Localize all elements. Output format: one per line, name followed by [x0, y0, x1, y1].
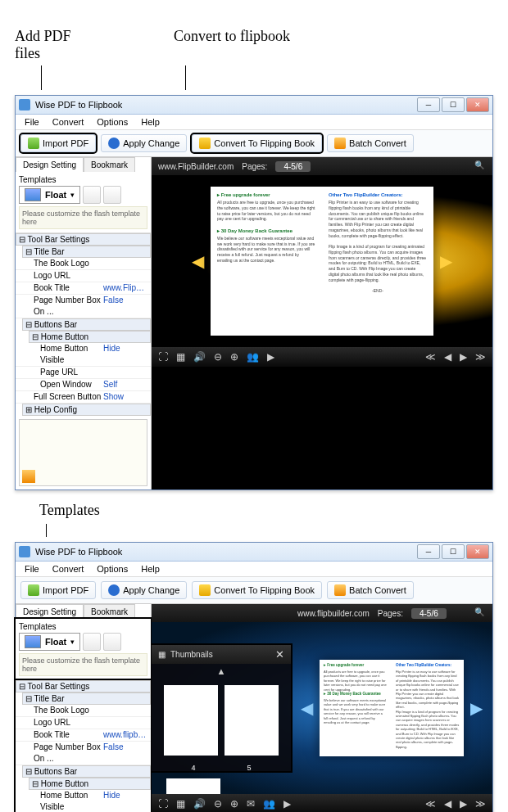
props-homebtn-header[interactable]: ⊟ Home Button — [29, 331, 151, 343]
template-hint: Please customize the flash template here — [19, 206, 147, 229]
grid-icon: ▦ — [158, 650, 166, 659]
zoom-in-icon[interactable]: ⊕ — [230, 351, 238, 363]
thumbnails-icon[interactable]: ▦ — [176, 798, 185, 810]
email-icon[interactable]: ✉ — [247, 798, 255, 810]
prop-logo-url[interactable]: Logo URL — [16, 270, 151, 282]
nav-first-icon[interactable]: ≪ — [425, 798, 436, 810]
nav-prev[interactable]: ◀ — [185, 251, 211, 271]
tab-bookmark[interactable]: Bookmark — [84, 604, 135, 619]
pages-box[interactable]: 4-5/6 — [275, 161, 311, 172]
convert-button[interactable]: Convert To Flipping Book — [192, 134, 322, 152]
close-button[interactable]: ✕ — [466, 97, 489, 112]
nav-next[interactable]: ▶ — [464, 698, 489, 718]
template-dropdown[interactable]: Float▾ — [19, 633, 80, 651]
prop-page-url[interactable]: Page URL — [16, 367, 151, 379]
search-icon[interactable]: 🔍 — [474, 607, 486, 619]
prop-home-visible[interactable]: Home Button VisibleHide — [16, 343, 151, 367]
thumbnail-6[interactable] — [166, 778, 220, 794]
minimize-button[interactable]: ─ — [417, 544, 440, 559]
menu-convert[interactable]: Convert — [50, 116, 87, 128]
book-2: ▸ Free upgrade foreverAll products are f… — [320, 660, 464, 756]
prop-book-logo[interactable]: The Book Logo — [16, 705, 151, 717]
menu-help[interactable]: Help — [138, 116, 162, 128]
menu-file[interactable]: File — [22, 116, 42, 128]
prop-page-number[interactable]: Page Number Box On ...False — [16, 295, 151, 318]
menu-options[interactable]: Options — [94, 563, 130, 575]
template-hint: Please customize the flash template here — [19, 653, 147, 676]
prop-fullscreen[interactable]: Full Screen ButtonShow — [16, 391, 151, 404]
nav-back-icon[interactable]: ◀ — [444, 351, 451, 363]
template-tool-1[interactable] — [83, 186, 101, 204]
apply-change-button[interactable]: Apply Change — [101, 581, 187, 599]
import-pdf-button[interactable]: Import PDF — [20, 134, 96, 152]
nav-first-icon[interactable]: ≪ — [425, 351, 436, 363]
close-thumbnails-icon[interactable]: ✕ — [275, 648, 284, 661]
apply-change-button[interactable]: Apply Change — [101, 134, 187, 152]
fullscreen-icon[interactable]: ⛶ — [158, 798, 168, 810]
nav-back-icon[interactable]: ◀ — [444, 798, 451, 810]
batch-icon — [334, 584, 346, 596]
nav-fwd-icon[interactable]: ▶ — [460, 351, 467, 363]
template-dropdown[interactable]: Float▾ — [19, 186, 80, 204]
tab-bookmark[interactable]: Bookmark — [84, 157, 135, 172]
prop-book-logo[interactable]: The Book Logo — [16, 258, 151, 270]
prop-logo-url[interactable]: Logo URL — [16, 717, 151, 729]
template-tool-1[interactable] — [83, 633, 101, 651]
props-buttonsbar-header[interactable]: ⊟ Buttons Bar — [22, 765, 151, 778]
props-homebtn-header[interactable]: ⊟ Home Button — [29, 778, 151, 790]
menu-file[interactable]: File — [22, 563, 42, 575]
nav-fwd-icon[interactable]: ▶ — [460, 798, 467, 810]
zoom-out-icon[interactable]: ⊖ — [214, 798, 222, 810]
prop-page-number[interactable]: Page Number Box On ...False — [16, 742, 151, 765]
nav-last-icon[interactable]: ≫ — [475, 351, 486, 363]
props-buttonsbar-header[interactable]: ⊟ Buttons Bar — [22, 318, 151, 331]
props-titlebar-header[interactable]: ⊟ Title Bar — [22, 246, 151, 258]
close-button[interactable]: ✕ — [466, 544, 489, 559]
import-pdf-button[interactable]: Import PDF — [20, 581, 96, 599]
minimize-button[interactable]: ─ — [417, 97, 440, 112]
zoom-in-icon[interactable]: ⊕ — [230, 798, 238, 810]
template-tool-2[interactable] — [103, 633, 121, 651]
props-titlebar-header[interactable]: ⊟ Title Bar — [22, 692, 151, 705]
props-help-header[interactable]: ⊞ Help Config — [22, 404, 151, 416]
props-toolbar-header[interactable]: ⊟ Tool Bar Settings — [16, 680, 151, 692]
zoom-out-icon[interactable]: ⊖ — [214, 351, 222, 363]
menu-help[interactable]: Help — [138, 563, 162, 575]
play-icon[interactable]: ▶ — [267, 351, 274, 363]
props-toolbar-header[interactable]: ⊟ Tool Bar Settings — [16, 233, 151, 246]
thumbnail-5[interactable] — [225, 685, 279, 756]
thumbs-up[interactable]: ▲ — [152, 664, 291, 679]
template-tool-2[interactable] — [103, 186, 121, 204]
batch-convert-button[interactable]: Batch Convert — [327, 581, 414, 599]
nav-last-icon[interactable]: ≫ — [475, 798, 486, 810]
nav-next[interactable]: ▶ — [433, 251, 459, 271]
prop-book-title[interactable]: Book Titlewww.FlipBuil... — [16, 282, 151, 295]
share-icon[interactable]: 👥 — [247, 351, 259, 363]
prop-book-title[interactable]: Book Titlewww.flipbuil... — [16, 729, 151, 742]
sound-icon[interactable]: 🔊 — [193, 351, 206, 363]
thumbnail-4[interactable] — [164, 685, 218, 756]
play-icon[interactable]: ▶ — [283, 798, 291, 810]
sound-icon[interactable]: 🔊 — [193, 798, 206, 810]
maximize-button[interactable]: ☐ — [442, 544, 465, 559]
search-icon[interactable]: 🔍 — [474, 160, 486, 172]
prop-home-visible[interactable]: Home Button VisibleHide — [16, 790, 151, 812]
batch-convert-button[interactable]: Batch Convert — [327, 134, 414, 152]
share-icon[interactable]: 👥 — [263, 798, 275, 810]
menu-options[interactable]: Options — [94, 116, 130, 128]
maximize-button[interactable]: ☐ — [442, 97, 465, 112]
tab-design-setting[interactable]: Design Setting — [16, 604, 84, 619]
nav-prev[interactable]: ◀ — [294, 698, 320, 718]
folder-icon[interactable] — [22, 470, 35, 483]
thumbnails-icon[interactable]: ▦ — [176, 351, 185, 363]
convert-button[interactable]: Convert To Flipping Book — [192, 581, 322, 599]
annotation-templates: Templates — [33, 498, 107, 522]
sidebar-thumb-box — [19, 419, 147, 486]
fullscreen-icon[interactable]: ⛶ — [158, 351, 168, 363]
prop-open-window[interactable]: Open WindowSelf — [16, 379, 151, 391]
tab-design-setting[interactable]: Design Setting — [16, 157, 84, 172]
pages-box[interactable]: 4-5/6 — [411, 608, 447, 619]
template-swatch — [25, 188, 41, 201]
page-left: ▸ Free upgrade foreverAll products are f… — [320, 660, 392, 756]
menu-convert[interactable]: Convert — [50, 563, 87, 575]
